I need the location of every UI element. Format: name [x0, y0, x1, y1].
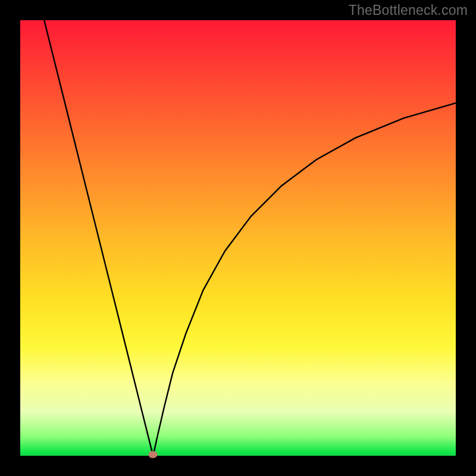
- vertex-marker: [149, 451, 158, 458]
- watermark-text: TheBottleneck.com: [349, 2, 468, 18]
- chart-frame: TheBottleneck.com: [0, 0, 476, 476]
- bottleneck-curve: [20, 20, 456, 456]
- curve-path: [44, 20, 456, 456]
